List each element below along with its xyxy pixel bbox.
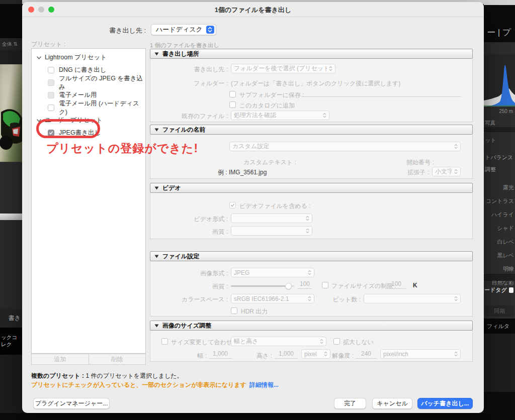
add-preset-button[interactable]: 追加 bbox=[31, 354, 89, 365]
extension-select[interactable]: 小文字 bbox=[432, 167, 461, 176]
naming-template-select[interactable]: カスタム設定 bbox=[229, 142, 461, 151]
remove-preset-button[interactable]: 削除 bbox=[89, 354, 146, 365]
hdr-output-checkbox[interactable] bbox=[231, 307, 237, 314]
checkbox[interactable] bbox=[48, 67, 54, 73]
section-triangle-icon bbox=[154, 186, 159, 190]
dialog-title: 1個のファイルを書き出し bbox=[22, 6, 484, 15]
include-video-label: ビデオファイルを含める : bbox=[239, 202, 310, 211]
section-header[interactable]: ファイル設定 bbox=[150, 251, 473, 261]
resize-to-fit-checkbox[interactable] bbox=[161, 338, 168, 345]
section-header[interactable]: 画像のサイズ調整 bbox=[150, 321, 473, 331]
annotation-circle bbox=[36, 119, 100, 138]
resolution-field[interactable]: 240 bbox=[356, 350, 377, 359]
add-to-catalog-checkbox[interactable] bbox=[229, 101, 236, 108]
resolution-unit-select[interactable]: pixel/inch bbox=[380, 349, 461, 359]
right-light-top bbox=[484, 0, 515, 5]
no-enlarge-checkbox[interactable] bbox=[333, 338, 340, 345]
plugin-manager-button[interactable]: プラグインマネージャー... bbox=[33, 398, 110, 409]
adjustment-label: 黒レベ bbox=[486, 249, 514, 262]
stepper-icon bbox=[454, 351, 458, 357]
stepper-icon bbox=[454, 144, 458, 149]
section-body: ビデオファイルを含める : ビデオ形式 : 画質 : bbox=[150, 193, 473, 239]
more-info-link[interactable]: 詳細情報... bbox=[249, 381, 279, 388]
adjustment-label: コントラス bbox=[486, 194, 514, 208]
subfolder-name-field[interactable] bbox=[301, 88, 461, 97]
disclosure-down-icon bbox=[37, 56, 41, 59]
preset-item-fullsize-jpeg[interactable]: フルサイズの JPEG を書き込み bbox=[32, 76, 145, 89]
video-quality-label: 画質 : bbox=[150, 228, 228, 236]
section-body: 画像形式 : JPEG 画質 : 100 ファイルサイズの制限 : 100 K … bbox=[150, 261, 473, 317]
tone-control-label: 調整 bbox=[485, 166, 496, 173]
sync-button-fragment: 同期 bbox=[485, 305, 514, 317]
section-triangle-icon bbox=[154, 324, 159, 328]
section-header[interactable]: ファイルの名前 bbox=[150, 125, 473, 135]
quick-develop-adjustments: 露光 コントラス ハイライ シャド 白レベ 黒レベ 明瞭 自然な彩 bbox=[486, 181, 514, 289]
resize-mode-select[interactable]: 幅と高さ bbox=[231, 337, 326, 346]
stepper-icon bbox=[206, 26, 214, 34]
file-size-limit-field[interactable]: 100 bbox=[387, 280, 406, 289]
annotation-text: プリセットの登録ができた! bbox=[46, 141, 198, 156]
quality-slider-fill bbox=[231, 285, 288, 287]
width-label: 幅 : bbox=[182, 352, 207, 360]
module-picker-fragment: ー | プ bbox=[487, 27, 511, 38]
add-to-catalog-label: このカタログに追加 bbox=[239, 101, 295, 110]
export-dialog: 1個のファイルを書き出し 書き出し先 : ハードディスク プリセット : Lig… bbox=[22, 2, 484, 413]
done-button[interactable]: 完了 bbox=[334, 398, 366, 409]
subfolder-checkbox[interactable] bbox=[229, 91, 236, 97]
subfolder-label: サブフォルダーに保存 : bbox=[239, 91, 304, 99]
batch-export-button[interactable]: バッチ書き出し... bbox=[417, 398, 473, 409]
checkbox[interactable] bbox=[48, 104, 54, 111]
width-field[interactable]: 1,000 bbox=[209, 350, 232, 359]
image-format-select[interactable]: JPEG bbox=[231, 268, 314, 277]
section-header[interactable]: 書き出し場所 bbox=[150, 49, 473, 59]
video-format-select[interactable] bbox=[231, 214, 312, 223]
file-size-limit-checkbox[interactable] bbox=[322, 282, 328, 288]
preset-item-email-harddisk[interactable]: 電子メール用 (ハードディスク) bbox=[32, 101, 145, 114]
height-field[interactable]: 1,000 bbox=[275, 350, 298, 359]
export-to-field-select[interactable]: フォルダーを後で選択 (プリセットに便利) bbox=[231, 64, 335, 73]
section-triangle-icon bbox=[154, 128, 159, 132]
sort-label: 全体 ⇅ bbox=[2, 41, 18, 48]
selection-status: 複数のプリセット : 1 件のプリセットを選択しました。 bbox=[31, 372, 183, 380]
filter-label: フィルタ bbox=[487, 323, 509, 330]
dialog-titlebar: 1個のファイルを書き出し bbox=[22, 2, 484, 17]
section-header[interactable]: ビデオ bbox=[150, 183, 473, 193]
stepper-icon bbox=[306, 228, 309, 234]
filename-example: 例 : IMG_3561.jpg bbox=[218, 168, 267, 177]
presets-panel-label: プリセット : bbox=[31, 40, 65, 49]
section-export-location: 書き出し場所 書き出し先 : フォルダーを後で選択 (プリセットに便利) フォル… bbox=[150, 49, 473, 122]
left-light-strip bbox=[0, 214, 22, 220]
folder-note: (フォルダーは「書き出し」ボタンのクリック後に選択します) bbox=[231, 79, 400, 88]
histogram-panel bbox=[484, 54, 515, 107]
quick-collection-band: ックコレク bbox=[0, 328, 22, 355]
saved-preset-label-fragment: ット bbox=[485, 137, 496, 144]
export-to-label: 書き出し先 : bbox=[70, 26, 146, 35]
height-label: 高さ : bbox=[249, 352, 272, 360]
section-file-settings: ファイル設定 画像形式 : JPEG 画質 : 100 ファイルサイズの制限 :… bbox=[150, 251, 473, 317]
folder-label: フォルダー : bbox=[150, 79, 228, 88]
video-format-label: ビデオ形式 : bbox=[150, 215, 228, 224]
left-panel-band bbox=[0, 50, 22, 64]
preset-group-lightroom[interactable]: Lightroom プリセット bbox=[32, 51, 145, 64]
left-black-band bbox=[0, 4, 22, 38]
quality-value-field[interactable]: 100 bbox=[298, 280, 312, 289]
section-triangle-icon bbox=[154, 52, 159, 56]
bit-depth-select[interactable] bbox=[364, 294, 461, 303]
cancel-button[interactable]: キャンセル bbox=[372, 398, 412, 409]
video-quality-select[interactable] bbox=[231, 226, 312, 236]
quality-label: 画質 : bbox=[150, 282, 228, 291]
section-image-sizing: 画像のサイズ調整 サイズ変更して合わせる : 幅と高さ 拡大しない 幅 : 1,… bbox=[150, 321, 473, 362]
existing-files-select[interactable]: 処理方法を確認 bbox=[231, 111, 329, 120]
hdr-output-label: HDR 出力 bbox=[241, 307, 268, 316]
checkbox[interactable] bbox=[48, 79, 54, 86]
motorcycle-photo-thumbnail bbox=[0, 64, 22, 162]
bit-depth-label: ビット数 : bbox=[286, 295, 361, 304]
section-file-naming: ファイルの名前 カスタム設定 カスタムテキスト : 開始番号 : 例 : IMG… bbox=[150, 125, 473, 179]
checkbox[interactable] bbox=[48, 92, 54, 98]
left-panel-band bbox=[0, 162, 22, 214]
right-black-band bbox=[484, 392, 515, 413]
include-video-checkbox[interactable] bbox=[229, 202, 236, 208]
quality-slider-knob[interactable] bbox=[285, 283, 292, 289]
export-button-fragment: 書き bbox=[9, 314, 21, 323]
export-to-select[interactable]: ハードディスク bbox=[151, 24, 216, 35]
